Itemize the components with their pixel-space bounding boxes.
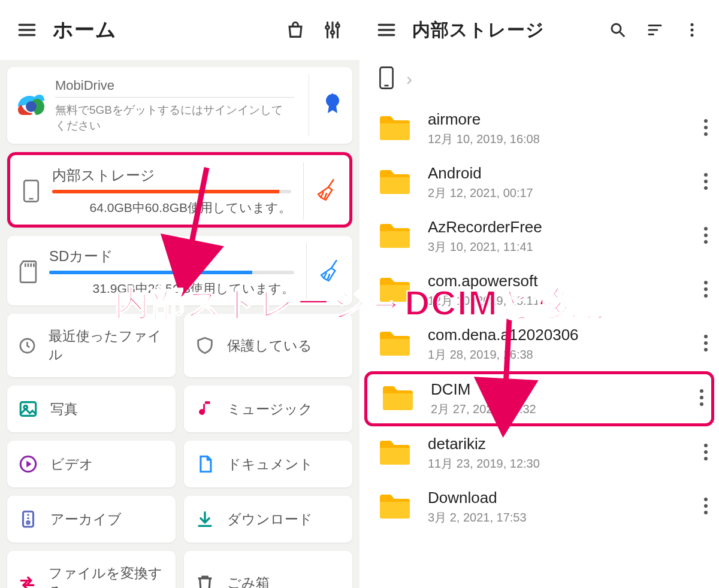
overflow-menu-icon[interactable] [681,19,703,41]
folder-more-icon[interactable] [703,226,708,247]
folder-name: com.dena.a12020306 [428,326,688,344]
folder-row[interactable]: detarikiz11月 23, 2019, 12:30 [360,426,719,480]
mobidrive-name: MobiDrive [55,78,294,93]
svg-point-8 [336,24,340,28]
svg-point-60 [700,389,703,393]
folder-list: airmore12月 10, 2019, 16:08Android2月 12, … [360,102,719,534]
tuner-icon[interactable] [321,19,344,41]
folder-row[interactable]: DCIM2月 27, 2021, 23:32 [364,371,714,426]
folder-date: 3月 2, 2021, 17:53 [428,510,688,526]
folder-name: airmore [428,110,688,129]
svg-point-49 [704,180,708,183]
folder-more-icon[interactable] [703,119,708,139]
svg-point-47 [704,132,708,136]
svg-point-64 [704,450,708,454]
svg-line-20 [331,260,336,268]
breadcrumb-separator-icon: › [406,69,412,89]
phone-icon [377,66,395,92]
folder-more-icon[interactable] [703,497,708,517]
folder-row[interactable]: airmore12月 10, 2019, 16:08 [360,102,719,156]
folder-name: detarikiz [428,435,688,453]
folder-row[interactable]: Download3月 2, 2021, 17:53 [360,480,719,534]
clean-internal-icon[interactable] [316,177,341,205]
folder-row[interactable]: com.dena.a120203061月 28, 2019, 16:38 [360,317,719,371]
sd-name: SDカード [49,247,294,266]
phone-icon [19,179,44,203]
convert-icon [18,572,37,588]
mobidrive-card[interactable]: MobiDrive 無料で5GBをゲットするにはサインインしてください [7,67,352,144]
folder-icon [377,491,412,523]
svg-point-35 [612,24,621,33]
photos-label: 写真 [50,400,78,419]
folder-name: Android [428,164,688,183]
sort-icon[interactable] [644,19,666,41]
hamburger-menu-icon[interactable] [16,19,38,41]
folder-date: 3月 10, 2021, 11:41 [428,239,688,255]
svg-point-68 [704,511,708,514]
recent-files-button[interactable]: 最近使ったファイル [7,314,176,377]
svg-point-59 [704,348,708,351]
svg-line-15 [325,194,327,199]
svg-point-46 [704,126,708,129]
award-badge-icon[interactable] [324,92,342,119]
protect-button[interactable]: 保護している [184,314,352,377]
trash-icon [195,572,215,588]
folder-date: 1月 28, 2019, 16:38 [428,347,688,363]
breadcrumb[interactable]: › [360,60,719,102]
svg-point-6 [331,31,334,34]
clean-sd-icon[interactable] [319,258,344,286]
folder-more-icon[interactable] [703,443,708,463]
storage-topbar: 内部ストレージ [360,0,719,60]
music-label: ミュージック [227,400,313,419]
shop-icon[interactable] [284,19,307,41]
folder-row[interactable]: com.apowersoft12月 10, 2019, 18:11 [360,263,719,317]
download-icon [195,509,215,529]
search-icon[interactable] [606,19,629,41]
svg-point-9 [26,101,37,112]
svg-point-40 [691,23,694,26]
folder-date: 11月 23, 2019, 12:30 [428,456,688,472]
svg-point-67 [704,504,708,508]
sdcard-icon [16,260,41,284]
folder-name: DCIM [431,380,684,399]
internal-storage-bar [52,190,291,193]
home-screen: ホーム MobiDrive 無料で5GBをゲットするにはサインインしてください [0,0,360,588]
folder-icon [377,113,412,145]
folder-date: 2月 12, 2021, 00:17 [428,185,688,201]
svg-point-56 [704,294,708,298]
internal-storage-name: 内部ストレージ [52,166,291,185]
folder-name: Download [428,489,688,507]
svg-point-58 [704,341,708,345]
document-button[interactable]: ドキュメント [184,441,352,487]
trash-button[interactable]: ごみ箱 [184,551,352,588]
svg-point-30 [27,522,29,524]
storage-title: 内部ストレージ [412,18,545,43]
folder-row[interactable]: AzRecorderFree3月 10, 2021, 11:41 [360,210,719,263]
folder-icon [377,274,412,307]
clock-icon [18,335,37,356]
folder-more-icon[interactable] [699,389,704,409]
archive-button[interactable]: アーカイブ [7,496,176,542]
folder-row[interactable]: Android2月 12, 2021, 00:17 [360,156,719,210]
download-button[interactable]: ダウンロード [184,496,352,542]
photos-button[interactable]: 写真 [7,386,176,432]
home-title: ホーム [53,16,117,44]
internal-storage-card[interactable]: 内部ストレージ 64.0GB中60.8GB使用しています。 [7,152,352,228]
folder-date: 12月 10, 2019, 18:11 [428,293,688,309]
archive-label: アーカイブ [50,510,122,529]
folder-more-icon[interactable] [703,334,708,354]
music-button[interactable]: ミュージック [184,386,352,432]
hamburger-menu-icon[interactable] [375,19,398,41]
sd-card[interactable]: SDカード 31.9GB中26.5GB使用しています。 [7,236,352,305]
folder-name: com.apowersoft [428,272,688,290]
video-button[interactable]: ビデオ [7,441,176,487]
folder-more-icon[interactable] [703,280,708,301]
svg-line-22 [328,275,330,280]
convert-button[interactable]: ファイルを変換する [7,551,176,588]
svg-point-41 [691,29,694,32]
svg-line-13 [328,180,333,187]
folder-more-icon[interactable] [703,172,708,193]
svg-point-45 [704,119,708,123]
svg-point-57 [704,335,708,338]
internal-storage-used: 64.0GB中60.8GB使用しています。 [52,199,291,216]
